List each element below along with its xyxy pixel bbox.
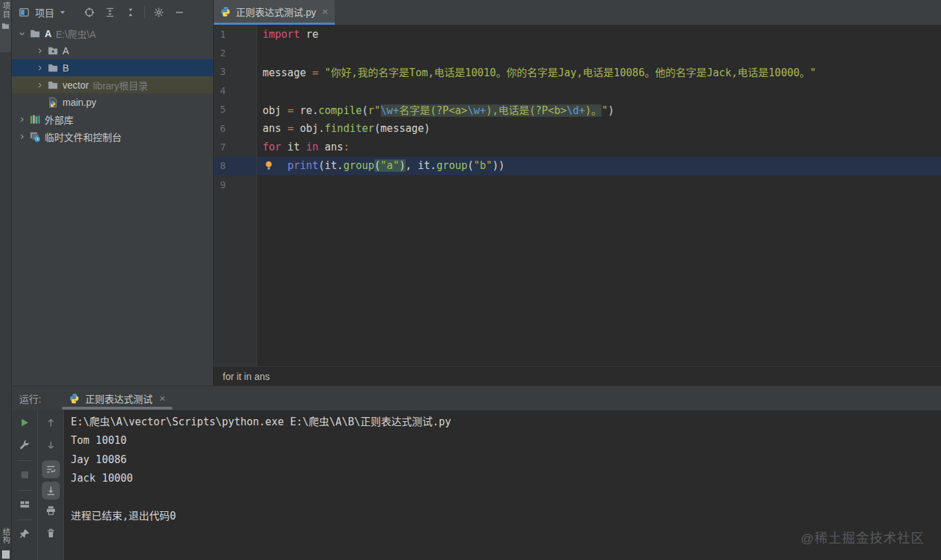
close-icon[interactable]: × (159, 393, 166, 403)
structure-stripe-label: 结构 (1, 528, 11, 544)
editor-column: 正则表达式测试.py × 1import re23message = "你好,我… (214, 0, 941, 385)
line-content: message = "你好,我的名字是Tom,电话是10010。你的名字是Jay… (256, 65, 941, 79)
code-line-3[interactable]: 3message = "你好,我的名字是Tom,电话是10010。你的名字是Ja… (214, 63, 941, 81)
scratches-icon (30, 131, 41, 142)
line-number: 7 (214, 142, 256, 153)
soft-wrap-icon (45, 464, 56, 475)
toolbar-divider (17, 490, 32, 491)
console-line: Jay 10086 (71, 451, 941, 469)
tree-item-A[interactable]: AE:\爬虫\A (12, 25, 213, 42)
chevron-right-icon[interactable] (32, 81, 47, 89)
upper-area: 项目 AE:\爬虫\AABvectorlibrary根目录main.py外部库临… (12, 0, 941, 385)
tree-item-label: 临时文件和控制台 (45, 130, 122, 144)
settings-gear-icon (153, 7, 164, 18)
code-line-9[interactable]: 9 (214, 175, 941, 194)
line-number: 9 (214, 179, 256, 190)
project-tree: AE:\爬虫\AABvectorlibrary根目录main.py外部库临时文件… (12, 25, 213, 385)
arrow-up-icon (45, 417, 56, 428)
gutter-separator (256, 25, 257, 366)
watermark: @稀土掘金技术社区 (801, 528, 925, 546)
tool-window-button-project[interactable]: 项目 (0, 0, 11, 52)
scroll-to-end-button[interactable] (42, 482, 60, 500)
tree-item-B[interactable]: B (12, 59, 213, 76)
close-icon[interactable]: × (322, 6, 329, 16)
tree-item-label: 外部库 (45, 113, 74, 126)
chevron-right-icon[interactable] (32, 64, 47, 72)
intention-bulb-icon[interactable] (263, 160, 274, 171)
code-line-1[interactable]: 1import re (214, 25, 941, 43)
folder-dot-icon (47, 45, 58, 56)
rerun-button[interactable] (17, 415, 32, 430)
project-view-title[interactable]: 项目 (35, 5, 54, 19)
trash-button[interactable] (43, 526, 58, 541)
collapse-all-icon (125, 7, 136, 18)
soft-wrap-button[interactable] (42, 460, 60, 478)
tree-item-suffix: library根目录 (93, 78, 148, 92)
left-tool-stripe: 项目 结构 (0, 0, 12, 560)
wrench-button[interactable] (17, 438, 32, 453)
stripe-square-icon (2, 550, 10, 559)
console-line: Tom 10010 (71, 432, 941, 450)
expand-all-button[interactable] (101, 4, 119, 21)
chevron-right-icon[interactable] (14, 133, 30, 141)
tool-window-button-structure[interactable]: 结构 (0, 528, 11, 559)
arrow-up-button[interactable] (43, 415, 58, 430)
pycharm-window: 项目 结构 项目 AE:\爬虫\AABvectorlibrary根目录main.… (0, 0, 941, 560)
breadcrumb[interactable]: for it in ans (214, 366, 941, 385)
code-line-4[interactable]: 4 (214, 81, 941, 100)
locate-icon (84, 7, 95, 18)
arrow-down-button[interactable] (43, 438, 58, 453)
toolbar-divider (17, 460, 32, 461)
collapse-all-button[interactable] (122, 4, 140, 21)
code-line-6[interactable]: 6ans = obj.finditer(message) (214, 119, 941, 137)
code-line-2[interactable]: 2 (214, 43, 941, 62)
tree-item-label: A (63, 45, 69, 56)
run-panel-header: 运行: 正则表达式测试 × (12, 386, 941, 410)
code-line-8[interactable]: 8 print(it.group("a"), it.group("b")) (214, 157, 941, 175)
hide-button[interactable] (170, 4, 188, 21)
editor-tab[interactable]: 正则表达式测试.py × (214, 0, 335, 25)
code-lines: 1import re23message = "你好,我的名字是Tom,电话是10… (214, 25, 941, 194)
run-tab[interactable]: 正则表达式测试 × (62, 386, 173, 410)
python-file-icon (69, 393, 80, 404)
python-file-icon (47, 97, 58, 108)
line-content: ans = obj.finditer(message) (256, 122, 941, 135)
scroll-to-end-icon (45, 485, 56, 496)
tree-item-label: vector (63, 80, 89, 91)
line-number: 6 (214, 123, 256, 134)
folder-icon (1, 22, 10, 30)
tree-item-main.py[interactable]: main.py (12, 93, 213, 111)
breadcrumb-text: for it in ans (223, 371, 269, 382)
chevron-down-icon[interactable] (14, 30, 30, 38)
tree-item-外部库[interactable]: 外部库 (12, 111, 213, 128)
code-line-7[interactable]: 7for it in ans: (214, 137, 941, 156)
line-number: 3 (214, 66, 256, 77)
line-content: for it in ans: (256, 141, 941, 153)
toolbar-divider (17, 519, 32, 520)
line-number: 8 (214, 160, 256, 171)
code-editor[interactable]: 1import re23message = "你好,我的名字是Tom,电话是10… (214, 25, 941, 366)
project-panel-header: 项目 (12, 0, 213, 25)
restore-layout-button[interactable] (17, 497, 32, 512)
chevron-down-icon[interactable] (58, 8, 67, 16)
tree-item-vector[interactable]: vectorlibrary根目录 (12, 76, 213, 93)
restore-layout-icon (19, 499, 30, 510)
expand-all-icon (104, 7, 115, 18)
line-content: obj = re.compile(r"\w+名字是(?P<a>\w+),电话是(… (256, 102, 941, 117)
console-line (71, 489, 941, 507)
tree-item-临时文件和控制台[interactable]: 临时文件和控制台 (12, 128, 213, 145)
chevron-right-icon[interactable] (32, 47, 47, 55)
line-number: 1 (214, 29, 256, 40)
printer-button[interactable] (43, 503, 58, 518)
arrow-down-icon (45, 440, 56, 451)
settings-gear-button[interactable] (150, 4, 168, 21)
run-tab-title: 正则表达式测试 (85, 392, 153, 405)
toolbar-separator (144, 6, 145, 19)
locate-button[interactable] (80, 4, 98, 21)
pin-button[interactable] (17, 526, 32, 541)
code-line-5[interactable]: 5obj = re.compile(r"\w+名字是(?P<a>\w+),电话是… (214, 100, 941, 119)
chevron-right-icon[interactable] (14, 115, 30, 124)
run-toolbar-left (12, 410, 37, 560)
tree-item-A[interactable]: A (12, 42, 213, 59)
tree-item-label: B (63, 63, 69, 74)
